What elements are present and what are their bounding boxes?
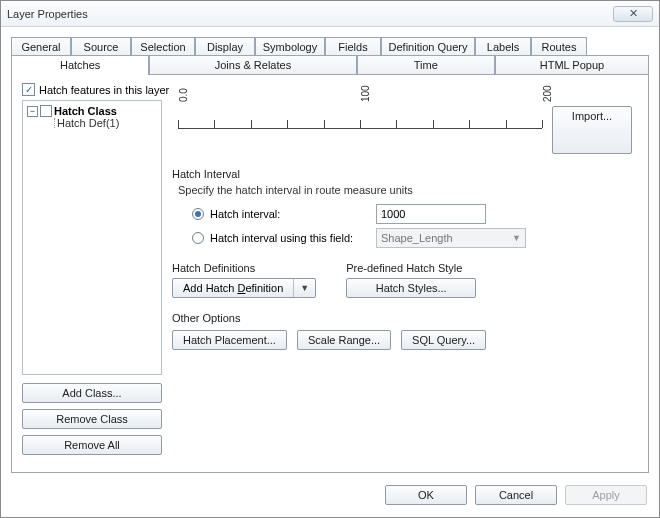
hatch-styles-button[interactable]: Hatch Styles... [346, 278, 476, 298]
tab-row-2: Hatches Joins & Relates Time HTML Popup [11, 55, 649, 74]
add-hatch-definition-label: Add Hatch Definition [173, 279, 294, 297]
tab-selection[interactable]: Selection [131, 37, 195, 56]
remove-class-button[interactable]: Remove Class [22, 409, 162, 429]
close-button[interactable]: ✕ [613, 6, 653, 22]
tab-definition-query[interactable]: Definition Query [381, 37, 475, 56]
tree-connector [54, 118, 55, 128]
hatch-interval-subtitle: Specify the hatch interval in route meas… [178, 184, 638, 196]
tabs: General Source Selection Display Symbolo… [11, 37, 649, 74]
interval-opt2-label: Hatch interval using this field: [210, 232, 370, 244]
tab-fields[interactable]: Fields [325, 37, 381, 56]
interval-opt1-row: Hatch interval: [192, 204, 638, 224]
body-columns: − Hatch Class Hatch Def(1) Add Class... … [22, 100, 638, 455]
hatch-definitions-group: Hatch Definitions Add Hatch Definition ▼ [172, 262, 316, 298]
sql-query-button[interactable]: SQL Query... [401, 330, 486, 350]
chevron-down-icon: ▼ [512, 233, 521, 243]
tab-hatches[interactable]: Hatches [11, 55, 149, 74]
other-options-row: Hatch Placement... Scale Range... SQL Qu… [172, 330, 638, 350]
ok-button[interactable]: OK [385, 485, 467, 505]
radio-dot [195, 211, 201, 217]
interval-opt1-label: Hatch interval: [210, 208, 370, 220]
close-icon: ✕ [629, 7, 638, 20]
other-options-group: Other Options Hatch Placement... Scale R… [172, 312, 638, 350]
expand-icon[interactable]: − [27, 106, 38, 117]
ruler-line [178, 128, 542, 129]
content-area: General Source Selection Display Symbolo… [1, 27, 659, 473]
tab-general[interactable]: General [11, 37, 71, 56]
tab-panel: ✓ Hatch features in this layer − Hatch C… [11, 74, 649, 473]
tree-root-checkbox[interactable] [40, 105, 52, 117]
ruler: 0.0 100 200 [178, 128, 542, 154]
remove-all-button[interactable]: Remove All [22, 435, 162, 455]
add-hatch-definition-button[interactable]: Add Hatch Definition ▼ [172, 278, 316, 298]
tab-source[interactable]: Source [71, 37, 131, 56]
interval-value-input[interactable] [376, 204, 486, 224]
tab-row-1: General Source Selection Display Symbolo… [11, 37, 649, 56]
interval-field-select: Shape_Length ▼ [376, 228, 526, 248]
cancel-button[interactable]: Cancel [475, 485, 557, 505]
interval-radio-field[interactable] [192, 232, 204, 244]
titlebar: Layer Properties ✕ [1, 1, 659, 27]
tick-200: 200 [542, 85, 553, 102]
tab-display[interactable]: Display [195, 37, 255, 56]
ruler-area: 0.0 100 200 Import... [178, 102, 632, 154]
defs-styles-row: Hatch Definitions Add Hatch Definition ▼… [172, 262, 638, 298]
hatch-interval-group: Hatch Interval Specify the hatch interva… [172, 168, 638, 248]
import-button[interactable]: Import... [552, 106, 632, 154]
dialog-footer: OK Cancel Apply [1, 473, 659, 517]
hatch-features-checkbox[interactable]: ✓ [22, 83, 35, 96]
hatch-style-group: Pre-defined Hatch Style Hatch Styles... [346, 262, 476, 298]
interval-radio-value[interactable] [192, 208, 204, 220]
tree-root-row[interactable]: − Hatch Class [27, 105, 157, 117]
tab-labels[interactable]: Labels [475, 37, 531, 56]
tab-html-popup[interactable]: HTML Popup [495, 55, 649, 74]
add-class-button[interactable]: Add Class... [22, 383, 162, 403]
hatch-definitions-title: Hatch Definitions [172, 262, 316, 274]
window-title: Layer Properties [7, 8, 88, 20]
tree-child-row[interactable]: Hatch Def(1) [27, 117, 157, 129]
tab-joins-relates[interactable]: Joins & Relates [149, 55, 356, 74]
interval-field-value: Shape_Length [381, 232, 453, 244]
hatch-class-tree[interactable]: − Hatch Class Hatch Def(1) [22, 100, 162, 375]
apply-button: Apply [565, 485, 647, 505]
hatch-placement-button[interactable]: Hatch Placement... [172, 330, 287, 350]
left-buttons: Add Class... Remove Class Remove All [22, 375, 162, 455]
hatch-style-title: Pre-defined Hatch Style [346, 262, 476, 274]
layer-properties-window: Layer Properties ✕ General Source Select… [0, 0, 660, 518]
tree-root-label: Hatch Class [54, 105, 117, 117]
hatch-features-label: Hatch features in this layer [39, 84, 169, 96]
tab-routes[interactable]: Routes [531, 37, 587, 56]
interval-opt2-row: Hatch interval using this field: Shape_L… [192, 228, 638, 248]
tick-0: 0.0 [178, 88, 189, 102]
tree-child-label: Hatch Def(1) [57, 117, 119, 129]
other-options-title: Other Options [172, 312, 638, 324]
left-column: − Hatch Class Hatch Def(1) Add Class... … [22, 100, 162, 455]
chevron-down-icon[interactable]: ▼ [294, 280, 315, 296]
tab-time[interactable]: Time [357, 55, 495, 74]
tick-100: 100 [360, 85, 371, 102]
hatch-interval-title: Hatch Interval [172, 168, 638, 180]
right-column: 0.0 100 200 Import... [172, 100, 638, 455]
tab-symbology[interactable]: Symbology [255, 37, 325, 56]
scale-range-button[interactable]: Scale Range... [297, 330, 391, 350]
